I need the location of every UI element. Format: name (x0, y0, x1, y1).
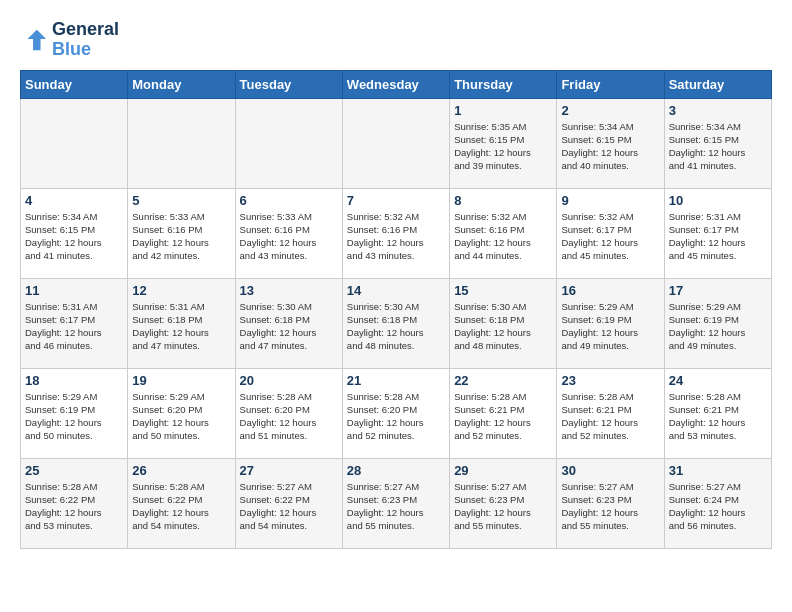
day-number: 7 (347, 193, 445, 208)
day-number: 29 (454, 463, 552, 478)
day-number: 25 (25, 463, 123, 478)
cell-info: Sunrise: 5:31 AM Sunset: 6:17 PM Dayligh… (669, 210, 767, 263)
weekday-header: Tuesday (235, 70, 342, 98)
cell-info: Sunrise: 5:29 AM Sunset: 6:19 PM Dayligh… (561, 300, 659, 353)
calendar-week-row: 18Sunrise: 5:29 AM Sunset: 6:19 PM Dayli… (21, 368, 772, 458)
cell-info: Sunrise: 5:30 AM Sunset: 6:18 PM Dayligh… (347, 300, 445, 353)
calendar-week-row: 25Sunrise: 5:28 AM Sunset: 6:22 PM Dayli… (21, 458, 772, 548)
cell-info: Sunrise: 5:32 AM Sunset: 6:16 PM Dayligh… (454, 210, 552, 263)
day-number: 27 (240, 463, 338, 478)
cell-info: Sunrise: 5:27 AM Sunset: 6:23 PM Dayligh… (454, 480, 552, 533)
calendar-cell: 30Sunrise: 5:27 AM Sunset: 6:23 PM Dayli… (557, 458, 664, 548)
day-number: 6 (240, 193, 338, 208)
logo-text: GeneralBlue (52, 20, 119, 60)
cell-info: Sunrise: 5:28 AM Sunset: 6:20 PM Dayligh… (240, 390, 338, 443)
day-number: 13 (240, 283, 338, 298)
day-number: 19 (132, 373, 230, 388)
svg-marker-0 (27, 30, 46, 51)
cell-info: Sunrise: 5:29 AM Sunset: 6:19 PM Dayligh… (25, 390, 123, 443)
cell-info: Sunrise: 5:27 AM Sunset: 6:23 PM Dayligh… (347, 480, 445, 533)
calendar-cell: 9Sunrise: 5:32 AM Sunset: 6:17 PM Daylig… (557, 188, 664, 278)
day-number: 30 (561, 463, 659, 478)
calendar-cell: 11Sunrise: 5:31 AM Sunset: 6:17 PM Dayli… (21, 278, 128, 368)
day-number: 9 (561, 193, 659, 208)
calendar-cell: 2Sunrise: 5:34 AM Sunset: 6:15 PM Daylig… (557, 98, 664, 188)
calendar-header-row: SundayMondayTuesdayWednesdayThursdayFrid… (21, 70, 772, 98)
calendar-cell: 12Sunrise: 5:31 AM Sunset: 6:18 PM Dayli… (128, 278, 235, 368)
day-number: 17 (669, 283, 767, 298)
cell-info: Sunrise: 5:28 AM Sunset: 6:21 PM Dayligh… (669, 390, 767, 443)
weekday-header: Friday (557, 70, 664, 98)
cell-info: Sunrise: 5:30 AM Sunset: 6:18 PM Dayligh… (240, 300, 338, 353)
calendar-cell (21, 98, 128, 188)
day-number: 16 (561, 283, 659, 298)
day-number: 21 (347, 373, 445, 388)
cell-info: Sunrise: 5:29 AM Sunset: 6:20 PM Dayligh… (132, 390, 230, 443)
calendar-cell: 22Sunrise: 5:28 AM Sunset: 6:21 PM Dayli… (450, 368, 557, 458)
calendar-cell: 20Sunrise: 5:28 AM Sunset: 6:20 PM Dayli… (235, 368, 342, 458)
cell-info: Sunrise: 5:29 AM Sunset: 6:19 PM Dayligh… (669, 300, 767, 353)
calendar-cell: 24Sunrise: 5:28 AM Sunset: 6:21 PM Dayli… (664, 368, 771, 458)
calendar-cell: 23Sunrise: 5:28 AM Sunset: 6:21 PM Dayli… (557, 368, 664, 458)
calendar-cell: 6Sunrise: 5:33 AM Sunset: 6:16 PM Daylig… (235, 188, 342, 278)
day-number: 1 (454, 103, 552, 118)
calendar-body: 1Sunrise: 5:35 AM Sunset: 6:15 PM Daylig… (21, 98, 772, 548)
weekday-header: Saturday (664, 70, 771, 98)
day-number: 31 (669, 463, 767, 478)
day-number: 18 (25, 373, 123, 388)
cell-info: Sunrise: 5:34 AM Sunset: 6:15 PM Dayligh… (561, 120, 659, 173)
calendar-cell: 31Sunrise: 5:27 AM Sunset: 6:24 PM Dayli… (664, 458, 771, 548)
day-number: 4 (25, 193, 123, 208)
cell-info: Sunrise: 5:32 AM Sunset: 6:17 PM Dayligh… (561, 210, 659, 263)
cell-info: Sunrise: 5:32 AM Sunset: 6:16 PM Dayligh… (347, 210, 445, 263)
cell-info: Sunrise: 5:30 AM Sunset: 6:18 PM Dayligh… (454, 300, 552, 353)
cell-info: Sunrise: 5:33 AM Sunset: 6:16 PM Dayligh… (240, 210, 338, 263)
calendar-cell: 18Sunrise: 5:29 AM Sunset: 6:19 PM Dayli… (21, 368, 128, 458)
day-number: 15 (454, 283, 552, 298)
cell-info: Sunrise: 5:35 AM Sunset: 6:15 PM Dayligh… (454, 120, 552, 173)
cell-info: Sunrise: 5:27 AM Sunset: 6:24 PM Dayligh… (669, 480, 767, 533)
calendar-cell (342, 98, 449, 188)
cell-info: Sunrise: 5:28 AM Sunset: 6:21 PM Dayligh… (561, 390, 659, 443)
cell-info: Sunrise: 5:34 AM Sunset: 6:15 PM Dayligh… (25, 210, 123, 263)
weekday-header: Sunday (21, 70, 128, 98)
calendar-cell: 17Sunrise: 5:29 AM Sunset: 6:19 PM Dayli… (664, 278, 771, 368)
cell-info: Sunrise: 5:33 AM Sunset: 6:16 PM Dayligh… (132, 210, 230, 263)
calendar-cell: 5Sunrise: 5:33 AM Sunset: 6:16 PM Daylig… (128, 188, 235, 278)
day-number: 10 (669, 193, 767, 208)
cell-info: Sunrise: 5:27 AM Sunset: 6:23 PM Dayligh… (561, 480, 659, 533)
day-number: 23 (561, 373, 659, 388)
day-number: 2 (561, 103, 659, 118)
calendar-cell: 4Sunrise: 5:34 AM Sunset: 6:15 PM Daylig… (21, 188, 128, 278)
weekday-header: Wednesday (342, 70, 449, 98)
calendar-week-row: 1Sunrise: 5:35 AM Sunset: 6:15 PM Daylig… (21, 98, 772, 188)
cell-info: Sunrise: 5:31 AM Sunset: 6:17 PM Dayligh… (25, 300, 123, 353)
calendar-week-row: 4Sunrise: 5:34 AM Sunset: 6:15 PM Daylig… (21, 188, 772, 278)
cell-info: Sunrise: 5:28 AM Sunset: 6:21 PM Dayligh… (454, 390, 552, 443)
weekday-header: Thursday (450, 70, 557, 98)
calendar-cell: 10Sunrise: 5:31 AM Sunset: 6:17 PM Dayli… (664, 188, 771, 278)
logo-icon (20, 26, 48, 54)
day-number: 12 (132, 283, 230, 298)
day-number: 5 (132, 193, 230, 208)
calendar-week-row: 11Sunrise: 5:31 AM Sunset: 6:17 PM Dayli… (21, 278, 772, 368)
calendar-cell: 16Sunrise: 5:29 AM Sunset: 6:19 PM Dayli… (557, 278, 664, 368)
cell-info: Sunrise: 5:34 AM Sunset: 6:15 PM Dayligh… (669, 120, 767, 173)
day-number: 22 (454, 373, 552, 388)
calendar-cell: 14Sunrise: 5:30 AM Sunset: 6:18 PM Dayli… (342, 278, 449, 368)
cell-info: Sunrise: 5:31 AM Sunset: 6:18 PM Dayligh… (132, 300, 230, 353)
calendar-cell: 3Sunrise: 5:34 AM Sunset: 6:15 PM Daylig… (664, 98, 771, 188)
cell-info: Sunrise: 5:27 AM Sunset: 6:22 PM Dayligh… (240, 480, 338, 533)
page-header: GeneralBlue (20, 20, 772, 60)
day-number: 20 (240, 373, 338, 388)
logo: GeneralBlue (20, 20, 119, 60)
day-number: 24 (669, 373, 767, 388)
weekday-header: Monday (128, 70, 235, 98)
cell-info: Sunrise: 5:28 AM Sunset: 6:22 PM Dayligh… (132, 480, 230, 533)
day-number: 8 (454, 193, 552, 208)
calendar-cell (128, 98, 235, 188)
calendar-cell: 7Sunrise: 5:32 AM Sunset: 6:16 PM Daylig… (342, 188, 449, 278)
calendar-cell: 1Sunrise: 5:35 AM Sunset: 6:15 PM Daylig… (450, 98, 557, 188)
cell-info: Sunrise: 5:28 AM Sunset: 6:22 PM Dayligh… (25, 480, 123, 533)
calendar-cell: 25Sunrise: 5:28 AM Sunset: 6:22 PM Dayli… (21, 458, 128, 548)
